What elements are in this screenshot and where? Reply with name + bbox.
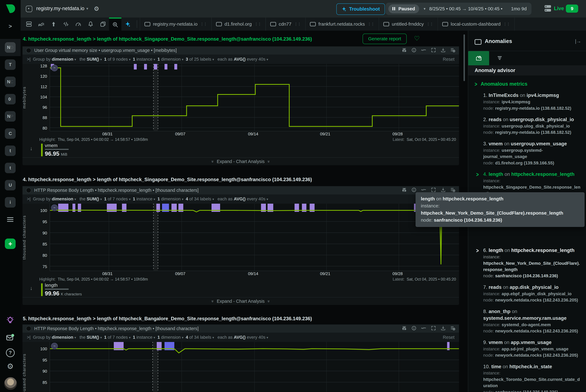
ai-sparkle-icon[interactable] bbox=[121, 18, 134, 31]
space-u[interactable]: U bbox=[5, 180, 16, 190]
chevron-down-icon[interactable]: ▾ bbox=[100, 58, 102, 62]
control-value[interactable]: 4 bbox=[186, 196, 188, 201]
chevron-down-icon[interactable]: ▾ bbox=[182, 336, 183, 340]
troubleshoot-button[interactable]: Troubleshoot bbox=[336, 4, 385, 15]
panel-collapse-icon[interactable]: |→ bbox=[575, 38, 581, 44]
chart-legend[interactable]: ↓ length 99.96K characters bbox=[22, 282, 459, 297]
metrics-wave-icon[interactable] bbox=[35, 18, 47, 31]
chart-legend[interactable]: ↓ vmem 96.95MiB bbox=[22, 142, 459, 158]
nodes-list-icon[interactable] bbox=[545, 5, 551, 13]
gauge-icon[interactable] bbox=[72, 18, 84, 31]
invite-mail-icon[interactable] bbox=[5, 332, 15, 342]
dashboard-tab[interactable]: cdn77⋮⋮ bbox=[265, 18, 305, 31]
control-value[interactable]: dimension bbox=[52, 57, 73, 62]
settings-gear-icon[interactable]: ⚙ bbox=[5, 361, 15, 371]
control-value[interactable]: 4 bbox=[186, 335, 188, 340]
dashboard-tab[interactable]: local-custom-dashboard⋮⋮ bbox=[438, 18, 515, 31]
legend-sort-icon[interactable]: ↓ bbox=[30, 285, 32, 291]
add-chart-icon[interactable] bbox=[450, 47, 455, 54]
metric-title[interactable]: 2. reads on usergroup.disk_physical_io bbox=[483, 116, 581, 123]
time-range-picker[interactable]: Paused ▾ 8/25/25 • 00:45 → 10/4/25 • 00:… bbox=[386, 3, 532, 15]
chart-plot-area[interactable]: ~ bbox=[50, 64, 459, 131]
node-settings-gear-icon[interactable]: ⚙ bbox=[94, 5, 99, 12]
info-icon[interactable] bbox=[412, 47, 416, 54]
space-0![interactable]: 0! bbox=[5, 94, 16, 104]
control-value[interactable]: 1 bbox=[133, 196, 135, 201]
metric-title[interactable]: 10. time on httpcheck.in_state bbox=[483, 364, 581, 370]
section-heading[interactable]: 5. httpcheck.response_length > length of… bbox=[23, 316, 312, 322]
legend-sort-icon[interactable]: ↓ bbox=[30, 146, 32, 152]
anomaly-ribbon-toggle[interactable]: ~ bbox=[51, 343, 58, 349]
paused-pill[interactable]: Paused bbox=[388, 4, 419, 13]
control-value[interactable]: 1 bbox=[133, 335, 135, 340]
anomalous-metric-item[interactable]: 1. InTimeExcds on ipv4.icmpmsginstance: … bbox=[468, 92, 586, 116]
sliders-icon[interactable] bbox=[402, 187, 407, 194]
node-chevron-down-icon[interactable]: ▾ bbox=[86, 6, 88, 11]
anomalous-metric-item[interactable]: 2. reads on usergroup.disk_physical_ioin… bbox=[468, 116, 586, 140]
favorite-heart-icon[interactable]: ♡ bbox=[414, 35, 420, 42]
space-i[interactable]: i bbox=[5, 197, 16, 208]
metric-title[interactable]: 7. reads on app.disk_physical_io bbox=[483, 284, 581, 291]
chevron-down-icon[interactable]: ▾ bbox=[212, 58, 214, 62]
space-nd[interactable]: ND bbox=[5, 42, 16, 53]
space-c[interactable]: C bbox=[5, 128, 16, 139]
metric-title[interactable]: 3. vmem on usergroup.vmem_usage bbox=[483, 140, 581, 147]
dashboard-tab[interactable]: d1.firehol.org⋮⋮ bbox=[211, 18, 266, 31]
control-value[interactable]: dimension bbox=[52, 196, 73, 201]
space-t[interactable]: t bbox=[5, 163, 16, 173]
dashboard-tab[interactable]: frankfurt.netdata.rocks⋮⋮ bbox=[305, 18, 379, 31]
anomaly-ribbon-toggle[interactable]: ~ bbox=[51, 204, 58, 211]
legend-dimension-name[interactable]: vmem bbox=[45, 143, 57, 148]
space-np[interactable]: NP bbox=[5, 111, 16, 122]
control-value[interactable]: 1 bbox=[133, 57, 135, 62]
anomalies-icon[interactable] bbox=[421, 325, 426, 332]
chart-plot-area[interactable]: ~ bbox=[50, 204, 459, 271]
drag-handle-icon[interactable]: ⋮⋮ bbox=[503, 22, 510, 26]
chevron-down-icon[interactable]: ▾ bbox=[100, 336, 102, 340]
info-icon[interactable] bbox=[412, 325, 416, 332]
chevron-down-icon[interactable]: ▾ bbox=[129, 336, 131, 340]
metric-title[interactable]: 1. InTimeExcds on ipv4.icmpmsg bbox=[483, 92, 581, 99]
chevron-down-icon[interactable]: ▾ bbox=[74, 58, 76, 62]
control-value[interactable]: 3 bbox=[186, 57, 188, 62]
expand-icon[interactable] bbox=[431, 325, 436, 332]
chevron-down-icon[interactable]: ▾ bbox=[74, 198, 76, 201]
chevron-down-icon[interactable]: ▾ bbox=[154, 198, 155, 201]
dashboard-tab[interactable]: untitled-frnddcy⋮⋮ bbox=[379, 18, 438, 31]
reset-button[interactable]: Reset bbox=[443, 57, 455, 62]
expand-chart-analysis[interactable]: »Expand - Chart Analysis» bbox=[22, 158, 459, 165]
drag-handle-icon[interactable]: ⋮⋮ bbox=[294, 22, 301, 26]
tab-filters[interactable] bbox=[489, 51, 510, 65]
spaces-menu-icon[interactable] bbox=[7, 216, 13, 223]
anomalous-metrics-group[interactable]: >Anomalous metrics bbox=[475, 81, 586, 87]
space-nc[interactable]: NC bbox=[5, 76, 16, 87]
chevron-down-icon[interactable]: ▾ bbox=[129, 58, 131, 62]
legend-dimension-name[interactable]: length bbox=[45, 282, 57, 288]
chevron-down-icon[interactable]: ▾ bbox=[212, 198, 214, 201]
info-icon[interactable] bbox=[412, 187, 416, 194]
control-value[interactable]: 1 bbox=[104, 335, 106, 340]
tab-anomaly-advisor[interactable] bbox=[468, 51, 489, 65]
live-status[interactable]: Live bbox=[554, 6, 564, 12]
anomalous-metric-item[interactable]: 3. vmem on usergroup.vmem_usageinstance:… bbox=[468, 140, 586, 171]
user-avatar[interactable] bbox=[4, 377, 17, 390]
chart-plot-area[interactable]: ~ bbox=[50, 342, 459, 392]
chevron-down-icon[interactable]: ▾ bbox=[129, 198, 131, 201]
legend-scrollbar[interactable] bbox=[45, 149, 69, 150]
netdata-logo[interactable] bbox=[5, 3, 16, 14]
chevron-down-icon[interactable]: ▾ bbox=[212, 336, 214, 340]
space-t[interactable]: T bbox=[5, 60, 16, 70]
anomalous-metric-item[interactable]: 9. vmem on app.vmem_usageinstance: app.s… bbox=[468, 339, 586, 364]
control-value[interactable]: 1 bbox=[104, 57, 106, 62]
chevron-down-icon[interactable]: ▾ bbox=[182, 58, 183, 62]
control-value[interactable]: SUM() bbox=[87, 335, 99, 340]
chevron-down-icon[interactable]: ▾ bbox=[267, 336, 268, 340]
sliders-icon[interactable] bbox=[402, 47, 407, 54]
current-node-name[interactable]: registry.my-netdata.io bbox=[36, 6, 84, 12]
anomalous-metric-item[interactable]: 10. time on httpcheck.in_stateinstance: … bbox=[468, 364, 586, 392]
expand-icon[interactable] bbox=[431, 47, 436, 54]
drag-handle-icon[interactable]: ⋮⋮ bbox=[426, 22, 433, 26]
download-icon[interactable] bbox=[441, 47, 446, 54]
anomalous-metric-item[interactable]: 8. anon_thp on systemd.service.memory.ra… bbox=[468, 308, 586, 339]
control-value[interactable]: SUM() bbox=[87, 57, 99, 62]
